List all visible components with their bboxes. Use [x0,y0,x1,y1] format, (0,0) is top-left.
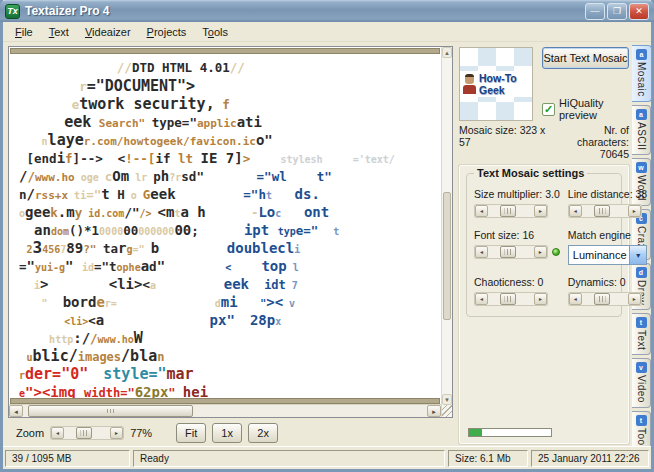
line-distance-slider[interactable]: ◂ ▸ [568,204,642,218]
howtogeek-avatar-icon [463,74,476,94]
mosaic-line: n/rss+x ti="t H o Geek ="ht ds. [19,185,441,203]
hscroll-thumb[interactable] [28,405,193,417]
match-engine-value: Luminance [569,249,629,261]
1x-button[interactable]: 1x [212,423,242,443]
match-engine-label: Match engine [568,229,647,241]
close-button[interactable]: ✕ [629,3,649,20]
zoom-slider-left-icon[interactable]: ◂ [51,427,64,439]
slider-left-icon[interactable]: ◂ [475,293,488,305]
tab-ascii[interactable]: aASCII [632,105,651,156]
zoom-slider-right-icon[interactable]: ▸ [110,427,123,439]
slider-right-icon[interactable]: ▸ [628,205,641,217]
mosaic-text: //DTD HTML 4.01// r="DOCUMENT"> etwork s… [9,54,441,398]
slider-thumb[interactable] [594,205,610,217]
tab-label: ASCII [636,122,647,151]
vscroll-thumb[interactable] [443,192,451,320]
video-tab-icon: v [636,362,647,373]
scroll-up-icon[interactable]: ▲ [442,47,452,58]
scroll-right-icon[interactable]: ▸ [427,405,441,417]
minimize-button[interactable]: — [585,3,605,20]
mosaic-line: e"><img width="62px" hei [19,383,441,398]
maximize-button[interactable]: ❐ [607,3,627,20]
mosaic-line: <li><a px" 28px [19,311,441,329]
slider-left-icon[interactable]: ◂ [569,205,582,217]
font-size-label: Font size: 16 [474,229,560,241]
mosaic-line: ublic/images/blan [19,347,441,365]
zoom-buttons: Fit1x2x [176,423,278,443]
title-bar[interactable]: Tx Textaizer Pro 4 — ❐ ✕ [0,0,654,22]
menu-projects[interactable]: Projects [139,24,195,40]
line-distance-label: Line distance: 38 [568,188,647,200]
status-led-icon [552,248,560,256]
mosaic-line: etwork security, f [19,95,441,113]
menu-tools[interactable]: Tools [194,24,236,40]
mosaic-line: nlayer.com/howtogeek/favicon.ico" [19,131,441,149]
vertical-scrollbar[interactable]: ▲ ▼ [441,47,452,417]
tools-tab-icon: t [636,415,647,426]
chaoticness-slider[interactable]: ◂ ▸ [474,292,548,306]
slider-thumb[interactable] [594,293,610,305]
char-count-label: Nr. of characters: 70645 [551,124,629,160]
zoom-slider[interactable]: ◂ ▸ [50,426,124,440]
slider-thumb[interactable] [500,246,516,258]
slider-right-icon[interactable]: ▸ [534,246,547,258]
font-size-slider[interactable]: ◂ ▸ [474,245,548,259]
logo-text: How-To Geek [479,72,532,96]
status-memory: 39 / 1095 MB [5,450,130,467]
mosaic-line: 23456789?" targ=" b doublecli [19,239,441,257]
hiquality-checkbox[interactable]: ✓ [542,103,555,116]
chevron-down-icon[interactable]: ▼ [629,246,646,264]
mosaic-line: http://www.hoW [19,329,441,347]
word-tab-icon: w [636,162,647,173]
slider-thumb[interactable] [500,293,516,305]
slider-left-icon[interactable]: ◂ [569,293,582,305]
menu-videaizer[interactable]: Videaizer [77,24,139,40]
tab-video[interactable]: vVideo [632,358,651,408]
dynamics-slider[interactable]: ◂ ▸ [568,292,642,306]
size-multiplier-label: Size multiplier: 3.0 [474,188,560,200]
mosaic-line: //www.ho oge cOm lr ph?rsd" ="wl t" [19,167,441,185]
scroll-down-icon[interactable]: ▼ [442,394,452,405]
status-datetime: 25 January 2011 22:26 [531,450,649,467]
app-icon: Tx [5,4,20,19]
zoom-slider-thumb[interactable] [76,427,92,439]
menu-text[interactable]: Text [41,24,77,40]
mosaic-size-label: Mosaic size: 323 x 57 [459,124,551,160]
slider-right-icon[interactable]: ▸ [534,205,547,217]
slider-left-icon[interactable]: ◂ [475,205,488,217]
slider-right-icon[interactable]: ▸ [628,293,641,305]
2x-button[interactable]: 2x [248,423,278,443]
window-title: Textaizer Pro 4 [25,4,109,18]
chaoticness-label: Chaoticness: 0 [474,276,560,288]
slider-right-icon[interactable]: ▸ [534,293,547,305]
resize-grip [442,405,452,417]
mosaic-canvas[interactable]: //DTD HTML 4.01// r="DOCUMENT"> etwork s… [8,46,453,418]
horizontal-scrollbar[interactable]: ◂ ▸ [9,404,441,417]
tab-label: Video [636,375,647,403]
menu-bar: FileTextVideaizerProjectsTools [3,22,651,42]
mosaic-line: rder="0" style="mar [19,365,441,383]
tab-mosaic[interactable]: aMosaic [632,45,652,102]
ascii-tab-icon: a [636,109,647,120]
settings-title: Text Mosaic settings [474,167,587,179]
dynamics-label: Dynamics: 0 [568,276,647,288]
menu-file[interactable]: File [7,24,41,40]
mosaic-line: eek Search" type="applicati [19,113,441,131]
scroll-left-icon[interactable]: ◂ [9,405,23,417]
text-tab-icon: t [636,317,647,328]
settings-panel: Text Mosaic settings Size multiplier: 3.… [459,165,629,444]
start-text-mosaic-button[interactable]: Start Text Mosaic [542,47,629,69]
text-mosaic-settings-group: Text Mosaic settings Size multiplier: 3.… [466,173,622,317]
mosaic-line: //DTD HTML 4.01// [19,59,441,77]
size-multiplier-slider[interactable]: ◂ ▸ [474,204,548,218]
fit-button[interactable]: Fit [176,423,206,443]
mosaic-tab-icon: a [636,49,647,60]
zoom-toolbar: Zoom ◂ ▸ 77% Fit1x2x [8,418,453,444]
tab-text[interactable]: tText [632,313,651,355]
match-engine-select[interactable]: Luminance ▼ [568,245,647,265]
mosaic-line: [endif]--> <!--[if lt IE 7]> stylesh ='t… [19,149,441,167]
mosaic-line: ogeek.my id.com/"/> <mta h -Loc ont [19,203,441,221]
slider-thumb[interactable] [500,205,516,217]
main-content: //DTD HTML 4.01// r="DOCUMENT"> etwork s… [3,42,651,446]
slider-left-icon[interactable]: ◂ [475,246,488,258]
